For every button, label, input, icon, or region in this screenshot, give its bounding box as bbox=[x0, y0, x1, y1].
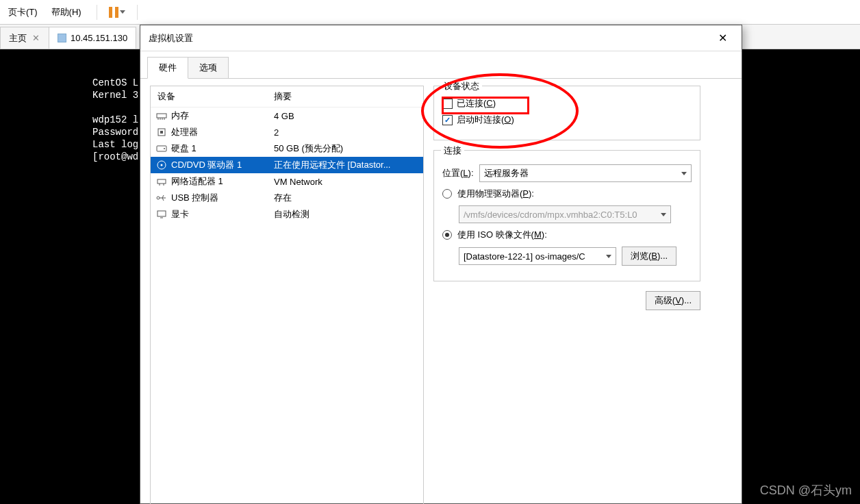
terminal-output: CentOS L Kernel 3 wdp152 l Password Last… bbox=[0, 77, 138, 163]
menubar: 页卡(T) 帮助(H) bbox=[0, 0, 860, 25]
svg-rect-18 bbox=[157, 211, 166, 216]
content-area: CentOS L Kernel 3 wdp152 l Password Last… bbox=[0, 49, 860, 504]
chevron-down-icon bbox=[681, 172, 687, 175]
chevron-down-icon bbox=[606, 255, 611, 258]
chevron-down-icon bbox=[661, 213, 666, 216]
header-summary: 摘要 bbox=[274, 90, 292, 103]
device-rows: 内存4 GB处理器2硬盘 150 GB (预先分配)CD/DVD 驱动器 1正在… bbox=[151, 108, 423, 223]
device-row[interactable]: USB 控制器存在 bbox=[151, 190, 423, 206]
svg-rect-0 bbox=[157, 114, 166, 118]
cd-icon bbox=[155, 160, 168, 171]
device-name: 显卡 bbox=[171, 208, 274, 220]
svg-rect-6 bbox=[160, 131, 163, 134]
device-row[interactable]: 处理器2 bbox=[151, 124, 423, 140]
tab-ip[interactable]: 10.45.151.130 bbox=[49, 27, 136, 49]
svg-line-16 bbox=[162, 195, 164, 198]
iso-file-radio[interactable] bbox=[442, 230, 452, 240]
svg-point-14 bbox=[157, 197, 160, 199]
dialog-body: 设备 摘要 内存4 GB处理器2硬盘 150 GB (预先分配)CD/DVD 驱… bbox=[140, 78, 742, 504]
svg-rect-11 bbox=[157, 179, 166, 184]
physical-drive-radio[interactable] bbox=[442, 189, 452, 199]
tab-home[interactable]: 主页 ✕ bbox=[0, 27, 49, 49]
dialog-title: 虚拟机设置 bbox=[149, 32, 711, 45]
connect-on-start-checkbox[interactable] bbox=[442, 115, 453, 125]
device-name: 内存 bbox=[171, 110, 274, 122]
iso-file-label: 使用 ISO 映像文件(M): bbox=[457, 229, 547, 241]
browse-button[interactable]: 浏览(B)... bbox=[622, 247, 676, 266]
pause-icon bbox=[109, 7, 118, 18]
device-summary: 正在使用远程文件 [Datastor... bbox=[274, 159, 419, 171]
device-summary: 自动检测 bbox=[274, 208, 419, 220]
device-row[interactable]: 显卡自动检测 bbox=[151, 206, 423, 223]
menu-tabs[interactable]: 页卡(T) bbox=[4, 3, 42, 21]
device-name: USB 控制器 bbox=[171, 192, 274, 204]
watermark: CSDN @石头ym bbox=[760, 482, 852, 499]
device-summary: 50 GB (预先分配) bbox=[274, 142, 419, 155]
menu-divider-2 bbox=[137, 5, 138, 20]
svg-line-17 bbox=[162, 198, 164, 201]
connection-group: 连接 位置(L): 远程服务器 使用物理驱动器(P): bbox=[433, 150, 700, 281]
device-row[interactable]: CD/DVD 驱动器 1正在使用远程文件 [Datastor... bbox=[151, 157, 423, 173]
device-name: 网络适配器 1 bbox=[171, 175, 274, 188]
chevron-down-icon bbox=[120, 10, 125, 14]
device-summary: 存在 bbox=[274, 192, 419, 204]
device-name: 硬盘 1 bbox=[171, 142, 274, 155]
physical-drive-select: /vmfs/devices/cdrom/mpx.vmhba2:C0:T5:L0 bbox=[459, 205, 671, 223]
connected-label: 已连接(C) bbox=[457, 97, 496, 110]
device-list-header: 设备 摘要 bbox=[151, 86, 423, 108]
usb-icon bbox=[155, 192, 168, 203]
memory-icon bbox=[155, 110, 168, 121]
device-row[interactable]: 网络适配器 1VM Network bbox=[151, 173, 423, 190]
menu-help[interactable]: 帮助(H) bbox=[47, 3, 86, 21]
device-summary: 4 GB bbox=[274, 111, 419, 121]
menu-divider bbox=[97, 5, 97, 20]
vm-settings-dialog: 虚拟机设置 ✕ 硬件 选项 设备 摘要 内存4 GB处理器2硬盘 150 GB … bbox=[140, 25, 742, 504]
display-icon bbox=[155, 209, 168, 220]
iso-file-select[interactable]: [Datastore-122-1] os-images/C bbox=[459, 247, 616, 265]
vm-icon bbox=[58, 34, 66, 42]
advanced-button[interactable]: 高级(V)... bbox=[646, 291, 700, 310]
location-select[interactable]: 远程服务器 bbox=[479, 164, 692, 182]
close-icon[interactable]: ✕ bbox=[31, 34, 40, 43]
iso-file-value: [Datastore-122-1] os-images/C bbox=[464, 251, 585, 262]
device-row[interactable]: 硬盘 150 GB (预先分配) bbox=[151, 140, 423, 157]
tab-hardware[interactable]: 硬件 bbox=[147, 57, 188, 79]
connected-checkbox[interactable] bbox=[442, 99, 453, 109]
device-name: CD/DVD 驱动器 1 bbox=[171, 159, 274, 171]
device-row[interactable]: 内存4 GB bbox=[151, 108, 423, 124]
dialog-close-button[interactable]: ✕ bbox=[711, 27, 733, 49]
device-summary: 2 bbox=[274, 127, 419, 138]
connect-on-start-label: 启动时连接(O) bbox=[457, 114, 514, 126]
header-device: 设备 bbox=[157, 90, 274, 103]
pause-button[interactable] bbox=[108, 3, 126, 21]
svg-point-8 bbox=[164, 148, 165, 149]
cpu-icon bbox=[155, 127, 168, 138]
location-label: 位置(L): bbox=[442, 167, 474, 179]
device-name: 处理器 bbox=[171, 126, 274, 138]
connection-title: 连接 bbox=[441, 144, 464, 157]
disk-icon bbox=[155, 143, 168, 154]
net-icon bbox=[155, 176, 168, 187]
device-summary: VM Network bbox=[274, 177, 419, 187]
tab-home-label: 主页 bbox=[9, 32, 27, 45]
location-value: 远程服务器 bbox=[484, 167, 529, 179]
device-status-title: 设备状态 bbox=[441, 80, 482, 92]
physical-drive-label: 使用物理驱动器(P): bbox=[457, 188, 534, 200]
physical-drive-value: /vmfs/devices/cdrom/mpx.vmhba2:C0:T5:L0 bbox=[464, 210, 637, 220]
dialog-tabs: 硬件 选项 bbox=[147, 57, 742, 79]
svg-point-10 bbox=[161, 164, 163, 166]
right-pane: 设备状态 已连接(C) 启动时连接(O) 连接 bbox=[433, 86, 732, 504]
tab-ip-label: 10.45.151.130 bbox=[71, 33, 127, 43]
device-list: 设备 摘要 内存4 GB处理器2硬盘 150 GB (预先分配)CD/DVD 驱… bbox=[150, 86, 424, 504]
device-status-group: 设备状态 已连接(C) 启动时连接(O) bbox=[433, 86, 700, 140]
dialog-titlebar: 虚拟机设置 ✕ bbox=[140, 25, 742, 51]
tab-options[interactable]: 选项 bbox=[188, 57, 229, 79]
